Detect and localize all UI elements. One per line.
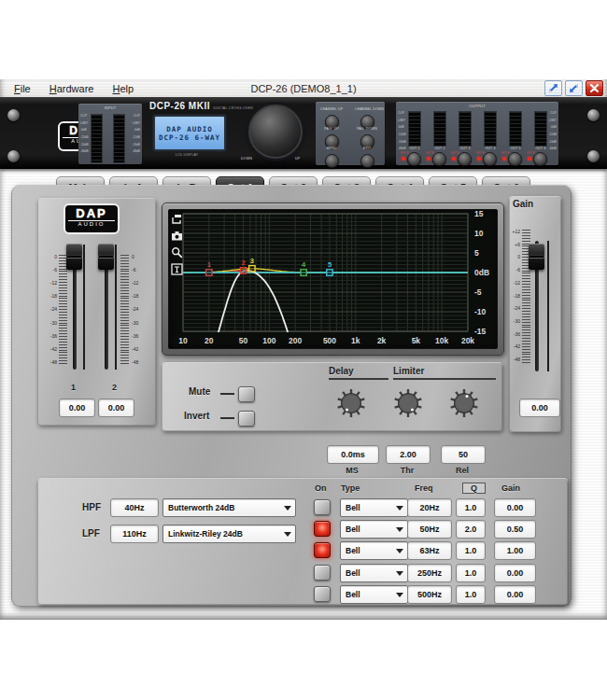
- eq-gain-value-1[interactable]: 0.00: [494, 498, 536, 517]
- readout-ms-value[interactable]: 0.0ms: [327, 445, 379, 464]
- eq-gain-value-4[interactable]: 0.00: [494, 564, 536, 582]
- lpf-type-dropdown[interactable]: Linkwitz-Riley 24dB: [162, 525, 296, 543]
- rack-output-section: OUTPUT CLIPLIMIT-6dB-12dB-24dB-48dB CLIP…: [396, 102, 558, 165]
- eq-q-value-4[interactable]: 1.0: [456, 564, 486, 582]
- limiter-threshold-knob[interactable]: [392, 387, 424, 423]
- eq-header-gain: Gain: [501, 483, 520, 493]
- invert-label: Invert: [184, 411, 209, 421]
- fader-2-handle[interactable]: [98, 244, 114, 270]
- output-meter-5: [509, 111, 522, 147]
- eq-on-button-1[interactable]: [314, 499, 331, 515]
- eq-freq-value-3[interactable]: 63Hz: [407, 541, 452, 560]
- rack-button-label: MENU: [319, 147, 344, 150]
- meter-scale-label: -24dB: [80, 142, 89, 149]
- eq-gain-value-5[interactable]: 0.00: [494, 585, 536, 604]
- eq-gain-value-2[interactable]: 0.50: [494, 520, 536, 539]
- eq-type-dropdown-1[interactable]: Bell: [340, 498, 408, 517]
- output-label: OUT 3: [457, 147, 473, 150]
- eq-freq-value-2[interactable]: 50Hz: [407, 520, 452, 539]
- output-meter-3: [459, 111, 472, 147]
- eq-on-button-2[interactable]: [314, 521, 331, 537]
- output-mute-led: [402, 157, 405, 161]
- x-axis-label: 5k: [412, 336, 421, 345]
- limiter-release-knob[interactable]: [448, 387, 480, 423]
- scale-label: 0: [517, 254, 520, 259]
- meter-scale-label: -12dB: [132, 134, 140, 142]
- frequency-response-graph[interactable]: 12345151050dB-5-10-151020501002005001k2k…: [168, 209, 498, 349]
- eq-freq-value-1[interactable]: 20Hz: [407, 498, 452, 517]
- scale-label: -48: [50, 359, 57, 365]
- hpf-freq-value[interactable]: 40Hz: [110, 498, 159, 517]
- x-axis-label: 500: [323, 336, 336, 345]
- channel-2-label: 2: [112, 383, 117, 392]
- eq-marker-4[interactable]: [301, 270, 306, 275]
- fader-1-handle[interactable]: [66, 244, 82, 270]
- output-mute-button-5: [508, 152, 522, 166]
- channel-2-gain-value[interactable]: 0.00: [98, 399, 134, 417]
- eq-marker-number: 3: [250, 257, 254, 265]
- scale-label: 0: [54, 254, 57, 259]
- rack-button-label: PAG. DOWN: [355, 127, 379, 131]
- readout-rel-value[interactable]: 50: [441, 445, 486, 464]
- knob-indicator: [466, 395, 469, 398]
- eq-on-button-3[interactable]: [314, 542, 331, 558]
- limiter-underline: [393, 378, 496, 380]
- readout-thr-value[interactable]: 2.00: [386, 445, 431, 464]
- eq-freq-value-4[interactable]: 250Hz: [407, 564, 452, 582]
- delay-label: Delay: [329, 366, 354, 376]
- eq-type-dropdown-2[interactable]: Bell: [340, 520, 408, 539]
- gain-value[interactable]: 0.00: [519, 399, 560, 417]
- invert-button[interactable]: [238, 411, 255, 427]
- lcd-line-1: DAP AUDIO: [166, 125, 213, 133]
- eq-header-q: Q: [462, 483, 486, 494]
- eq-gain-value-3[interactable]: 1.00: [494, 541, 536, 560]
- lcd-line-2: DCP-26 6-WAY: [159, 133, 220, 142]
- eq-marker-5[interactable]: [327, 270, 332, 275]
- scale-label: -24: [514, 305, 520, 311]
- delay-knob[interactable]: [335, 387, 367, 423]
- y-axis-label: 15: [474, 209, 484, 218]
- hpf-type-dropdown[interactable]: Butterworth 24dB: [162, 498, 296, 517]
- eq-q-value-5[interactable]: 1.0: [456, 585, 486, 604]
- output-meter-2: [433, 111, 446, 147]
- rack-button-label: EXIT: [355, 147, 379, 150]
- eq-marker-2[interactable]: [240, 268, 246, 273]
- eq-marker-3[interactable]: [249, 266, 255, 272]
- eq-on-button-4[interactable]: [314, 565, 331, 581]
- output-label: OUT 6: [532, 147, 549, 150]
- screen: FileHardwareHelp DCP-26 (DEMO8_1_1) DAP …: [0, 0, 607, 700]
- lpf-freq-value[interactable]: 110Hz: [110, 525, 159, 543]
- camera-icon[interactable]: [171, 230, 183, 242]
- y-axis-label: -10: [474, 307, 487, 316]
- graph-svg: 12345151050dB-5-10-151020501002005001k2k…: [168, 209, 498, 349]
- x-axis-label: 20k: [461, 336, 474, 345]
- meter-scale-label: -24dB: [398, 139, 406, 147]
- text-tool-icon[interactable]: [171, 263, 183, 275]
- eq-q-value-1[interactable]: 1.0: [456, 498, 486, 517]
- scale-label: 0: [132, 254, 134, 259]
- eq-on-button-5[interactable]: [314, 586, 331, 602]
- eq-freq-value-5[interactable]: 500Hz: [407, 585, 452, 604]
- fader-2-ticks: [120, 255, 129, 366]
- eq-marker-1[interactable]: [206, 270, 212, 275]
- eq-q-value-2[interactable]: 2.0: [456, 520, 486, 539]
- meter-scale-label: -6dB: [80, 127, 89, 134]
- scale-label: -36: [514, 331, 520, 337]
- meter-scale-label: -24dB: [548, 139, 557, 147]
- meter-scale-label: -6dB: [398, 124, 406, 132]
- x-axis-label: 20: [205, 336, 214, 345]
- eq-q-value-3[interactable]: 1.0: [456, 541, 486, 560]
- output-mute-button-2: [432, 152, 446, 166]
- readout-thr-label: Thr: [386, 466, 429, 475]
- channel-1-gain-value[interactable]: 0.00: [59, 399, 95, 417]
- layers-icon[interactable]: [171, 213, 183, 225]
- gain-fader-handle[interactable]: [529, 244, 544, 270]
- eq-type-dropdown-3[interactable]: Bell: [340, 541, 408, 560]
- eq-type-dropdown-5[interactable]: Bell: [340, 585, 408, 604]
- scale-label: -42: [50, 346, 57, 352]
- scale-label: -30: [514, 318, 520, 324]
- mute-button[interactable]: [238, 386, 255, 402]
- rack-lcd: DAP AUDIO DCP-26 6-WAY: [152, 114, 227, 152]
- magnifier-icon[interactable]: [171, 246, 183, 259]
- eq-type-dropdown-4[interactable]: Bell: [340, 564, 408, 582]
